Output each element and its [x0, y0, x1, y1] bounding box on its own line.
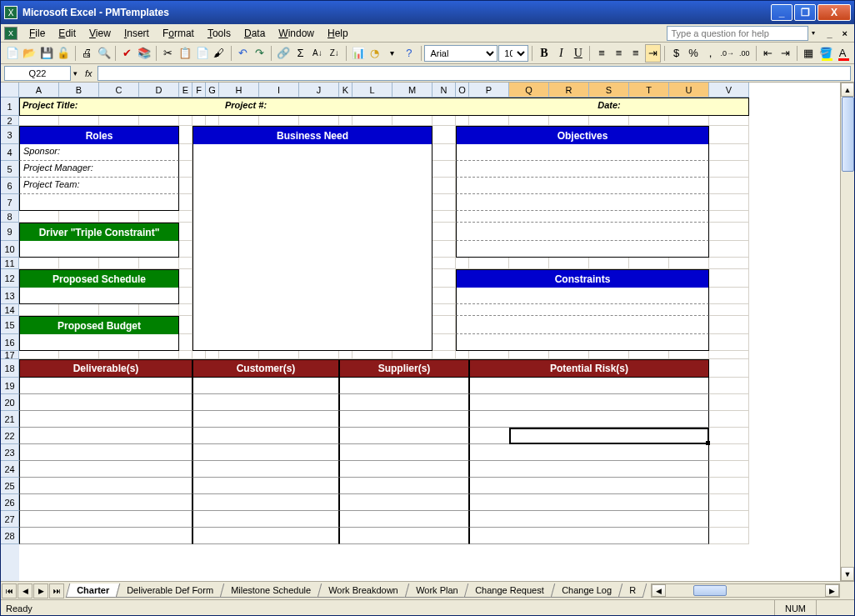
cell-V6[interactable] [709, 178, 749, 194]
cell-N17[interactable] [432, 351, 456, 359]
scroll-up-button[interactable]: ▲ [841, 83, 854, 97]
cell-D11[interactable] [139, 258, 179, 269]
cell-C14[interactable] [99, 304, 139, 316]
objectives-row-10[interactable] [456, 241, 709, 258]
row-header-15[interactable]: 15 [1, 316, 19, 334]
horizontal-scroll-thumb[interactable] [693, 585, 727, 596]
row-header-6[interactable]: 6 [1, 178, 19, 194]
cell-V24[interactable] [709, 461, 749, 478]
business-need-header[interactable]: Business Need [192, 126, 432, 144]
driver-header[interactable]: Driver "Triple Constraint" [19, 223, 179, 241]
cell-A11[interactable] [19, 258, 59, 269]
row-header-9[interactable]: 9 [1, 223, 19, 241]
row-header-24[interactable]: 24 [1, 461, 19, 478]
constraints-row-14[interactable] [456, 304, 709, 316]
deliverables-row-27[interactable] [19, 511, 192, 528]
open-button[interactable]: 📂 [21, 44, 37, 63]
cell-P11[interactable] [469, 258, 509, 269]
risks-row-27[interactable] [469, 511, 709, 528]
increase-decimal-button[interactable]: .0→ [719, 44, 735, 63]
suppliers-row-22[interactable] [339, 428, 469, 444]
budget-header[interactable]: Proposed Budget [19, 316, 179, 334]
column-header-J[interactable]: J [299, 83, 339, 98]
cell-G17[interactable] [206, 351, 219, 359]
spelling-button[interactable]: ✔ [119, 44, 135, 63]
grid[interactable]: ABCDEFGHIJKLMNOPQRSTUV Project Title:Pro… [19, 83, 840, 581]
horizontal-scrollbar[interactable]: ◀ ▶ [651, 583, 840, 598]
constraints-header[interactable]: Constraints [456, 269, 709, 288]
cell-V17[interactable] [709, 351, 749, 359]
cell-V2[interactable] [709, 116, 749, 126]
underline-button[interactable]: U [570, 44, 586, 63]
cell-C8[interactable] [99, 211, 139, 223]
row-header-1[interactable]: 1 [1, 98, 19, 116]
cell-K17[interactable] [339, 351, 352, 359]
font-color-button[interactable]: A [834, 44, 850, 63]
row-header-23[interactable]: 23 [1, 444, 19, 461]
risks-row-28[interactable] [469, 528, 709, 544]
customers-row-20[interactable] [192, 394, 339, 411]
constraints-row-13[interactable] [456, 288, 709, 304]
percent-button[interactable]: % [685, 44, 701, 63]
window-maximize-button[interactable]: ❐ [794, 4, 816, 21]
cell-A2[interactable] [19, 116, 59, 126]
cell-V15[interactable] [709, 316, 749, 334]
hyperlink-button[interactable]: 🔗 [275, 44, 291, 63]
cell-E15[interactable] [179, 316, 192, 334]
customers-row-24[interactable] [192, 461, 339, 478]
align-left-button[interactable]: ≡ [593, 44, 609, 63]
column-header-Q[interactable]: Q [509, 83, 549, 98]
cell-C11[interactable] [99, 258, 139, 269]
cell-H2[interactable] [219, 116, 259, 126]
suppliers-row-26[interactable] [339, 494, 469, 511]
sheet-tab-r[interactable]: R [618, 583, 647, 598]
deliverables-row-20[interactable] [19, 394, 192, 411]
deliverables-row-24[interactable] [19, 461, 192, 478]
row-header-13[interactable]: 13 [1, 288, 19, 304]
comma-button[interactable]: , [702, 44, 718, 63]
cell-T17[interactable] [629, 351, 669, 359]
sponsor-label[interactable]: Sponsor: [19, 144, 179, 161]
cell-B11[interactable] [59, 258, 99, 269]
align-center-button[interactable]: ≡ [611, 44, 627, 63]
cell-V14[interactable] [709, 304, 749, 316]
customers-row-26[interactable] [192, 494, 339, 511]
customers-row-22[interactable] [192, 428, 339, 444]
row-header-25[interactable]: 25 [1, 478, 19, 494]
cell-S11[interactable] [589, 258, 629, 269]
cell-J17[interactable] [299, 351, 339, 359]
cell-I17[interactable] [259, 351, 299, 359]
cell-N13[interactable] [432, 288, 456, 304]
sheet-tab-change-request[interactable]: Change Request [464, 583, 555, 598]
suppliers-row-25[interactable] [339, 478, 469, 494]
schedule-empty[interactable] [19, 288, 179, 304]
deliverables-row-19[interactable] [19, 378, 192, 394]
cell-D8[interactable] [139, 211, 179, 223]
project-manager-label[interactable]: Project Manager: [19, 161, 179, 178]
cell-E8[interactable] [179, 211, 192, 223]
cell-M2[interactable] [392, 116, 432, 126]
project-team-label[interactable]: Project Team: [19, 178, 179, 194]
italic-button[interactable]: I [553, 44, 569, 63]
cell-E13[interactable] [179, 288, 192, 304]
window-close-button[interactable]: X [818, 4, 851, 21]
column-header-G[interactable]: G [206, 83, 219, 98]
fill-color-button[interactable]: 🪣 [818, 44, 833, 63]
cell-R2[interactable] [549, 116, 589, 126]
cell-M17[interactable] [392, 351, 432, 359]
cell-E14[interactable] [179, 304, 192, 316]
customers-row-23[interactable] [192, 444, 339, 461]
cell-E2[interactable] [179, 116, 192, 126]
cell-E3[interactable] [179, 126, 192, 144]
font-size-select[interactable]: 10 [498, 45, 528, 62]
cell-V9[interactable] [709, 223, 749, 241]
menu-format[interactable]: Format [156, 25, 201, 42]
row-header-28[interactable]: 28 [1, 528, 19, 544]
risks-row-26[interactable] [469, 494, 709, 511]
doc-close-button[interactable]: × [839, 28, 851, 38]
copy-button[interactable]: 📋 [177, 44, 192, 63]
drawing-button[interactable]: ◔ [367, 44, 382, 63]
cell-E12[interactable] [179, 269, 192, 288]
scroll-right-button[interactable]: ▶ [825, 584, 839, 597]
cell-T11[interactable] [629, 258, 669, 269]
